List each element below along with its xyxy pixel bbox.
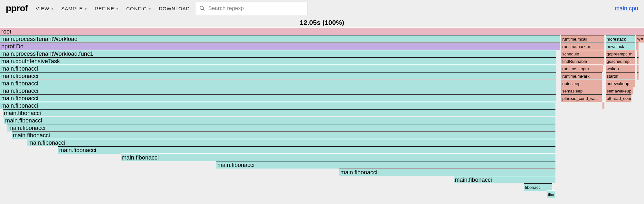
flame-box[interactable]: main.cpuIntensiveTask	[0, 57, 556, 65]
menu-sample[interactable]: SAMPLE ▼	[60, 5, 89, 13]
flame-box[interactable]: wakep	[606, 65, 635, 72]
flame-row: root	[0, 28, 644, 35]
flame-row: main.fibonacci	[0, 131, 644, 139]
flame-box[interactable]: main.fibonacci	[0, 72, 556, 80]
menu-sample-label: SAMPLE	[61, 6, 83, 11]
flame-box[interactable]	[637, 72, 639, 80]
flame-box[interactable]: main.fibonacci	[58, 146, 555, 154]
flame-graph[interactable]: rootmain.processTenantWorkloadruntime.mc…	[0, 28, 644, 198]
menu-config[interactable]: CONFIG ▼	[125, 5, 153, 13]
flame-row: pprof.Doruntime.park_mnewstack	[0, 43, 644, 50]
flame-box[interactable]	[602, 102, 604, 109]
menu-view[interactable]: VIEW ▼	[34, 5, 55, 13]
flame-box[interactable]: main.fibonacci	[0, 87, 556, 94]
flame-box[interactable]: pprof.Do	[0, 43, 560, 50]
search-box[interactable]	[196, 2, 308, 15]
chevron-down-icon: ▼	[51, 7, 54, 11]
flame-row: main.fibonaccisemasleepsemawakeup	[0, 87, 644, 94]
flame-box[interactable]: gopreempt_m	[606, 50, 635, 57]
flame-box[interactable]: main.fibonacci	[339, 169, 555, 176]
flame-box[interactable]: main.fibonacci	[4, 117, 555, 124]
flame-box[interactable]: main.fibonacci	[7, 124, 555, 131]
flame-row: main.fibonacci	[0, 161, 644, 169]
flame-box[interactable]: schedule	[561, 50, 604, 57]
flame-row: main.processTenantWorkloadruntime.mcallm…	[0, 35, 644, 43]
flame-box[interactable]: startm	[606, 72, 635, 80]
flame-row: main.fibonaccipthread_cond_waitpthread_c…	[0, 94, 644, 102]
flame-row: main.fibonacci	[0, 109, 644, 117]
flame-box[interactable]: runtime.mcall	[561, 35, 604, 43]
flame-row: main.fibonacci	[0, 154, 644, 161]
flame-box[interactable]: notesleep	[561, 80, 602, 87]
profile-link[interactable]: main cpu	[615, 5, 638, 12]
flame-box[interactable]: runtime.mPark	[561, 72, 602, 80]
flame-box[interactable]: notewakeup	[606, 80, 635, 87]
totals-label: 12.05s (100%)	[0, 19, 644, 26]
chevron-down-icon: ▼	[84, 7, 88, 11]
flame-row: main.fibonacciruntime.stopmwakep	[0, 65, 644, 72]
flame-row: main.fibonacci	[0, 102, 644, 109]
svg-point-0	[200, 6, 204, 10]
flame-box[interactable]: main.fibonacci	[216, 161, 555, 169]
flame-row: main.processTenantWorkload.func1schedule…	[0, 50, 644, 57]
flame-box[interactable]: findRunnable	[561, 57, 604, 65]
flame-box[interactable]: main.fibonacci	[0, 102, 555, 109]
topbar: pprof VIEW ▼ SAMPLE ▼ REFINE ▼ CONFIG ▼ …	[0, 0, 644, 17]
flame-box[interactable]: main.fibonacci	[27, 139, 555, 146]
flame-row: fibonacci	[0, 183, 644, 191]
flame-box[interactable]: fibo	[547, 191, 555, 198]
search-icon	[199, 5, 205, 11]
menu-refine-label: REFINE	[95, 6, 114, 11]
flame-box[interactable]: main.fibonacci	[12, 131, 555, 139]
flame-row: main.fibonacci	[0, 176, 644, 183]
flame-box[interactable]: main.fibonacci	[0, 65, 556, 72]
flame-box[interactable]: main.fibonacci	[3, 109, 555, 117]
flame-box[interactable]: runtime.stopm	[561, 65, 603, 72]
flame-box[interactable]: semasleep	[561, 87, 602, 94]
search-input[interactable]	[208, 5, 304, 12]
flame-row: fibo	[0, 191, 644, 198]
flame-box[interactable]: pthread_cond_wait	[561, 94, 602, 102]
flame-row: main.fibonacci	[0, 169, 644, 176]
flame-row: main.fibonacci	[0, 146, 644, 154]
menu-download-label: DOWNLOAD	[159, 6, 190, 11]
flame-box[interactable]: main.processTenantWorkload.func1	[0, 50, 556, 57]
chevron-down-icon: ▼	[116, 7, 119, 11]
brand-title: pprof	[6, 3, 28, 14]
flame-box[interactable]	[637, 57, 639, 65]
chevron-down-icon: ▼	[148, 7, 152, 11]
flame-box[interactable]: pthread_cond_	[606, 94, 631, 102]
flame-box[interactable]: main.processTenantWorkload	[0, 35, 560, 43]
flame-row: main.cpuIntensiveTaskfindRunnablegosched…	[0, 57, 644, 65]
menu-view-label: VIEW	[36, 6, 49, 11]
flame-box[interactable]	[637, 50, 639, 57]
flame-box[interactable]: main.fibonacci	[0, 94, 556, 102]
flame-row: main.fibonaccinotesleepnotewakeup	[0, 80, 644, 87]
flame-box[interactable]: newstack	[606, 43, 635, 50]
flame-box[interactable]: fibonacci	[524, 183, 552, 191]
flame-box[interactable]: semawakeup	[606, 87, 633, 94]
flame-box[interactable]: goschedImpl	[606, 57, 635, 65]
flame-box[interactable]: main.fibonacci	[121, 154, 556, 161]
flame-row: main.fibonacci	[0, 139, 644, 146]
flame-row: main.fibonacci	[0, 117, 644, 124]
flame-box[interactable]: syst	[636, 35, 644, 43]
flame-box[interactable]: runtime.park_m	[561, 43, 604, 50]
svg-line-1	[203, 9, 204, 11]
flame-row: main.fibonacciruntime.mParkstartm	[0, 72, 644, 80]
menu-config-label: CONFIG	[126, 6, 147, 11]
flame-row: main.fibonacci	[0, 124, 644, 131]
flame-box[interactable]: root	[0, 28, 644, 35]
flame-box[interactable]: main.fibonacci	[454, 176, 556, 183]
menu-refine[interactable]: REFINE ▼	[93, 5, 120, 13]
flame-box[interactable]	[636, 43, 639, 50]
flame-box[interactable]	[637, 65, 639, 72]
menu-download[interactable]: DOWNLOAD	[157, 5, 191, 13]
flame-box[interactable]: main.fibonacci	[0, 80, 556, 87]
flame-box[interactable]: morestack	[606, 35, 635, 43]
